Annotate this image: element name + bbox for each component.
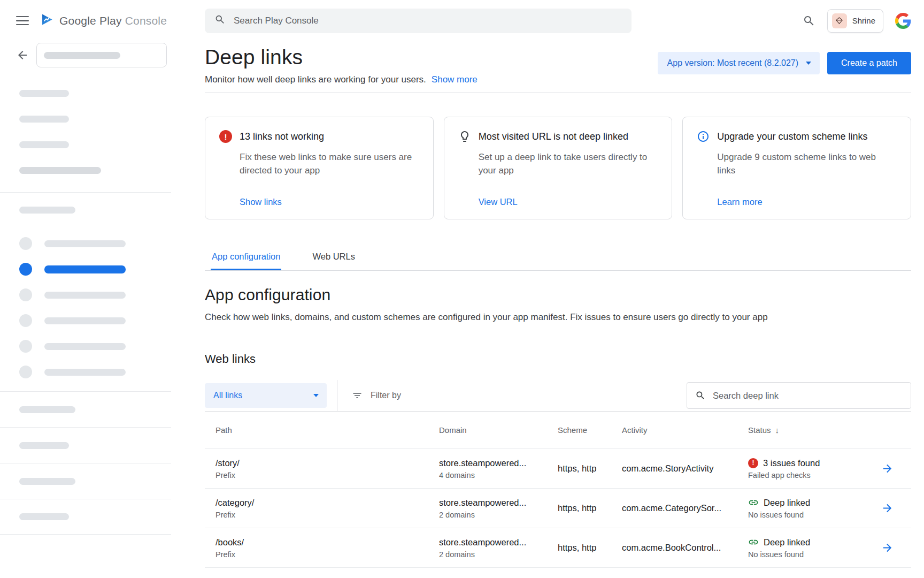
sidebar-nav-item-selected[interactable] xyxy=(19,263,171,276)
section-description: Check how web links, domains, and custom… xyxy=(205,312,911,323)
open-row-arrow-icon[interactable] xyxy=(874,462,900,475)
header-status-sort[interactable]: Status ↓ xyxy=(748,425,874,435)
sidebar-nav-skeleton xyxy=(0,237,171,378)
open-row-arrow-icon[interactable] xyxy=(874,542,900,554)
show-more-link[interactable]: Show more xyxy=(432,74,478,85)
path-value: /story/ xyxy=(215,458,439,468)
path-type: Prefix xyxy=(215,550,439,559)
console-search-input[interactable] xyxy=(234,16,632,26)
table-row[interactable]: /story/Prefix store.steampowered...4 dom… xyxy=(205,449,911,489)
link-icon xyxy=(748,497,759,508)
sidebar-nav-item[interactable] xyxy=(0,391,171,427)
links-filter-value: All links xyxy=(213,391,242,400)
card-title: 13 links not working xyxy=(240,130,324,142)
page-title: Deep links xyxy=(205,45,478,69)
filter-by-button[interactable]: Filter by xyxy=(352,390,401,401)
domain-value: store.steampowered... xyxy=(439,498,558,508)
lightbulb-icon xyxy=(458,130,471,143)
google-account-icon[interactable] xyxy=(895,13,911,29)
table-header-row: Path Domain Scheme Activity Status ↓ xyxy=(205,412,911,449)
status-text: Deep linked xyxy=(764,498,810,508)
activity-value: com.acme.CategorySor... xyxy=(622,503,748,513)
nav-icon-placeholder xyxy=(19,340,32,353)
sidebar-nav-item[interactable] xyxy=(19,288,171,301)
app-name-label: Shrine xyxy=(852,16,875,25)
domain-count: 4 domains xyxy=(439,471,558,480)
sidebar-nav-item[interactable] xyxy=(0,499,171,535)
google-play-console-logo[interactable]: Google Play Console xyxy=(40,12,167,29)
console-search[interactable] xyxy=(205,9,632,33)
skeleton-bar xyxy=(44,317,126,324)
error-icon xyxy=(219,130,232,143)
skeleton-bar xyxy=(44,369,126,376)
links-filter-select[interactable]: All links xyxy=(205,383,327,408)
status-subtext: Failed app checks xyxy=(748,471,874,480)
sidebar-nav-item[interactable] xyxy=(0,427,171,463)
skeleton-bar xyxy=(19,207,75,214)
table-row[interactable]: /books/Prefix store.steampowered...2 dom… xyxy=(205,528,911,568)
table-toolbar: All links Filter by xyxy=(205,380,911,412)
global-search-icon[interactable] xyxy=(803,14,815,27)
skeleton-bar xyxy=(44,292,126,299)
app-version-dropdown[interactable]: App version: Most recent (8.2.027) xyxy=(658,52,820,74)
app-switcher-chip[interactable]: Shrine xyxy=(827,9,883,33)
view-url-link[interactable]: View URL xyxy=(479,197,518,207)
app-root: Google Play Console xyxy=(0,0,924,578)
app-version-label: App version: Most recent (8.2.027) xyxy=(667,58,798,68)
filter-list-icon xyxy=(352,390,363,401)
status-cell: Deep linked No issues found xyxy=(748,497,874,519)
status-text: 3 issues found xyxy=(763,458,820,468)
tab-app-configuration[interactable]: App configuration xyxy=(211,246,281,270)
domain-count: 2 domains xyxy=(439,511,558,519)
menu-icon[interactable] xyxy=(16,16,29,26)
card-upgrade-schemes: Upgrade your custom scheme links Upgrade… xyxy=(682,117,911,219)
skeleton-bar xyxy=(19,141,69,148)
domain-value: store.steampowered... xyxy=(439,458,558,468)
back-arrow-button[interactable] xyxy=(16,49,29,62)
insight-cards: 13 links not working Fix these web links… xyxy=(205,117,911,219)
app-selector-skeleton[interactable] xyxy=(36,43,167,67)
skeleton-bar xyxy=(44,265,126,273)
activity-value: com.acme.BookControl... xyxy=(622,543,748,553)
learn-more-link[interactable]: Learn more xyxy=(717,197,762,207)
logo-console: Console xyxy=(125,14,167,27)
card-body: Upgrade 9 custom scheme links to web lin… xyxy=(717,151,879,177)
search-icon xyxy=(695,390,706,401)
create-patch-button[interactable]: Create a patch xyxy=(827,52,911,74)
nav-icon-placeholder xyxy=(19,263,32,276)
show-links-link[interactable]: Show links xyxy=(240,197,282,207)
web-links-table: Path Domain Scheme Activity Status ↓ /st… xyxy=(205,412,911,578)
sidebar-nav-item[interactable] xyxy=(0,463,171,499)
table-row[interactable]: /category/Prefix store.steampowered...2 … xyxy=(205,489,911,528)
header-divider xyxy=(205,92,911,93)
skeleton-bar xyxy=(19,116,69,123)
toolbar-divider xyxy=(337,380,337,411)
chevron-down-icon xyxy=(313,394,319,397)
skeleton-bar xyxy=(44,240,126,247)
tab-web-urls[interactable]: Web URLs xyxy=(311,246,356,270)
nav-icon-placeholder xyxy=(19,366,32,378)
sidebar-nav-item[interactable] xyxy=(19,366,171,378)
open-row-arrow-icon[interactable] xyxy=(874,502,900,514)
sidebar-nav-item[interactable] xyxy=(19,314,171,327)
link-icon xyxy=(748,537,759,547)
card-most-visited-url: Most visited URL is not deep linked Set … xyxy=(444,117,673,219)
domain-value: store.steampowered... xyxy=(439,537,558,547)
chevron-down-icon xyxy=(806,62,811,65)
status-cell: Deep linked No issues found xyxy=(748,537,874,559)
sidebar-nav-item[interactable] xyxy=(19,237,171,250)
deep-link-search-input[interactable] xyxy=(713,391,911,401)
deep-link-search[interactable] xyxy=(687,382,911,409)
sidebar-header: Google Play Console xyxy=(0,0,171,41)
status-cell: 3 issues found Failed app checks xyxy=(748,458,874,480)
card-links-not-working: 13 links not working Fix these web links… xyxy=(205,117,434,219)
header-status-label: Status xyxy=(748,425,771,435)
table-row[interactable]: /item/ store.steampowered... Deep linked xyxy=(205,568,911,578)
path-type: Prefix xyxy=(215,511,439,519)
sidebar-back-row xyxy=(0,41,171,68)
skeleton-bar xyxy=(19,90,69,97)
sidebar-nav-item[interactable] xyxy=(19,340,171,353)
info-icon xyxy=(697,130,710,143)
section-title: App configuration xyxy=(205,286,911,304)
page-subtitle: Monitor how well deep links are working … xyxy=(205,74,426,85)
